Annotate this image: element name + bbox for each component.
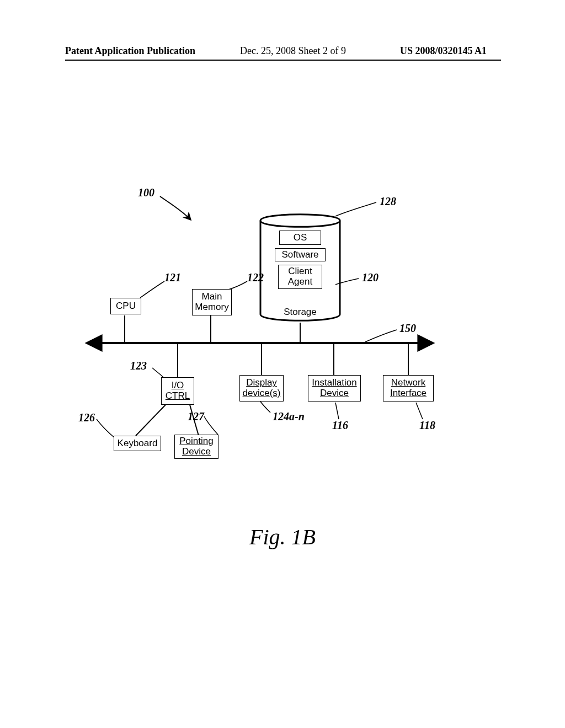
leader-128 <box>335 202 376 216</box>
software-box: Software <box>275 248 326 261</box>
display-text: Display device(s) <box>243 378 281 398</box>
pointing-text: Pointing Device <box>179 436 213 457</box>
pointing-device-box: Pointing Device <box>174 435 218 459</box>
io-ctrl-box: I/O CTRL <box>161 377 194 405</box>
leader-126 <box>97 419 115 438</box>
installation-box: Installation Device <box>308 375 361 402</box>
diagram-svg <box>0 0 565 728</box>
refnum-126: 126 <box>78 411 95 424</box>
conn-keyboard <box>136 405 166 436</box>
storage-label: Storage <box>260 307 340 318</box>
installation-text: Installation Device <box>312 378 356 398</box>
network-box: Network Interface <box>383 375 434 402</box>
client-agent-box: Client Agent <box>278 265 322 289</box>
refnum-121: 121 <box>164 271 181 284</box>
refnum-122: 122 <box>247 271 264 284</box>
refnum-118: 118 <box>419 419 435 432</box>
leader-121 <box>140 281 164 298</box>
refnum-116: 116 <box>332 419 348 432</box>
network-text: Network Interface <box>390 378 427 398</box>
leader-116 <box>335 403 339 419</box>
io-ctrl-text: I/O CTRL <box>166 381 190 401</box>
leader-150 <box>365 330 397 342</box>
keyboard-box: Keyboard <box>114 436 161 451</box>
leader-118 <box>416 403 423 419</box>
display-box: Display device(s) <box>239 375 284 402</box>
refnum-120: 120 <box>362 271 379 284</box>
cpu-box: CPU <box>110 298 141 314</box>
os-box: OS <box>279 231 321 245</box>
figure-caption: Fig. 1B <box>0 524 565 550</box>
refnum-100: 100 <box>138 186 154 199</box>
leader-100 <box>160 196 190 220</box>
leader-127 <box>204 416 218 435</box>
refnum-124: 124a-n <box>273 410 305 423</box>
refnum-128: 128 <box>380 195 396 208</box>
refnum-150: 150 <box>399 322 416 335</box>
refnum-123: 123 <box>130 360 147 372</box>
leader-122 <box>228 281 247 290</box>
leader-124 <box>260 402 270 413</box>
refnum-127: 127 <box>188 410 204 423</box>
main-memory-box: Main Memory <box>192 289 232 315</box>
